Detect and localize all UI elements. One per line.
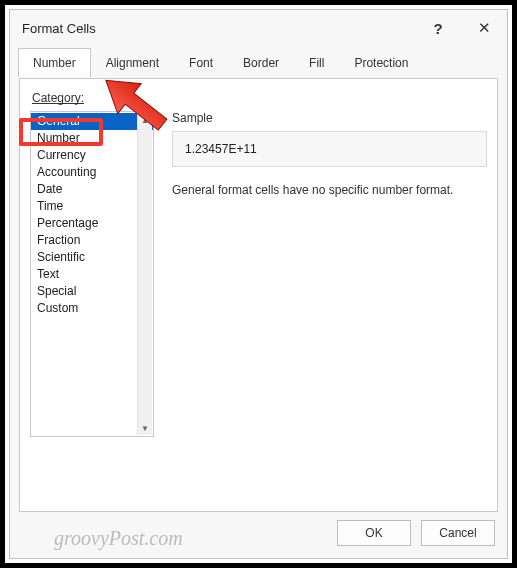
tab-protection[interactable]: Protection (339, 48, 423, 77)
category-listbox[interactable]: GeneralNumberCurrencyAccountingDateTimeP… (30, 111, 154, 437)
number-tab-panel: Category: GeneralNumberCurrencyAccountin… (19, 78, 498, 512)
list-item[interactable]: Number (31, 130, 153, 147)
scrollbar[interactable]: ▲ ▼ (137, 113, 152, 435)
watermark-text: groovyPost.com (54, 527, 183, 550)
list-item[interactable]: General (31, 113, 153, 130)
help-icon: ? (433, 20, 442, 37)
list-item[interactable]: Custom (31, 300, 153, 317)
category-label: Category: (32, 91, 487, 105)
format-cells-dialog: Format Cells ? ✕ NumberAlignmentFontBord… (9, 9, 508, 559)
scroll-up-button[interactable]: ▲ (138, 113, 152, 127)
list-item[interactable]: Time (31, 198, 153, 215)
dialog-button-row: OK Cancel (337, 520, 495, 546)
ok-button[interactable]: OK (337, 520, 411, 546)
cancel-button[interactable]: Cancel (421, 520, 495, 546)
titlebar: Format Cells ? ✕ (10, 10, 507, 46)
sample-value: 1.23457E+11 (172, 131, 487, 167)
sample-label: Sample (172, 111, 487, 125)
list-item[interactable]: Text (31, 266, 153, 283)
tab-number[interactable]: Number (18, 48, 91, 77)
format-description: General format cells have no specific nu… (172, 183, 487, 197)
scroll-down-button[interactable]: ▼ (138, 421, 152, 435)
tab-alignment[interactable]: Alignment (91, 48, 174, 77)
dialog-title: Format Cells (22, 21, 96, 36)
list-item[interactable]: Special (31, 283, 153, 300)
tab-strip: NumberAlignmentFontBorderFillProtection (10, 48, 507, 77)
list-item[interactable]: Percentage (31, 215, 153, 232)
help-button[interactable]: ? (415, 10, 461, 46)
list-item[interactable]: Currency (31, 147, 153, 164)
close-button[interactable]: ✕ (461, 10, 507, 46)
list-item[interactable]: Accounting (31, 164, 153, 181)
list-item[interactable]: Date (31, 181, 153, 198)
close-icon: ✕ (478, 19, 491, 37)
tab-fill[interactable]: Fill (294, 48, 339, 77)
list-item[interactable]: Scientific (31, 249, 153, 266)
list-item[interactable]: Fraction (31, 232, 153, 249)
tab-font[interactable]: Font (174, 48, 228, 77)
tab-border[interactable]: Border (228, 48, 294, 77)
